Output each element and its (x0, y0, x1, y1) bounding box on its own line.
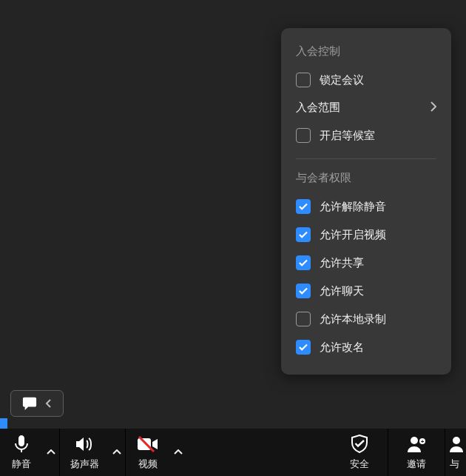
menu-item-label: 允许改名 (320, 341, 364, 355)
video-button[interactable]: 视频 (126, 429, 170, 476)
menu-item-lock-meeting[interactable]: 锁定会议 (281, 66, 451, 94)
menu-item-label: 锁定会议 (320, 73, 364, 87)
svg-point-5 (453, 437, 460, 444)
participants-button-partial[interactable]: 与 (445, 429, 466, 476)
speaker-options-button[interactable] (109, 429, 125, 476)
mute-button[interactable]: 静音 (0, 429, 43, 476)
chevron-right-icon (430, 101, 436, 115)
speaker-button[interactable]: 扬声器 (60, 429, 109, 476)
chat-icon (21, 396, 38, 411)
section-title-join-control: 入会控制 (281, 41, 451, 66)
toolbar-label: 邀请 (407, 457, 426, 471)
menu-item-allow-local-record[interactable]: 允许本地录制 (281, 305, 451, 333)
invite-button[interactable]: + 邀请 (388, 429, 445, 476)
security-button[interactable]: 安全 (331, 429, 388, 476)
menu-item-label: 允许聊天 (320, 284, 364, 298)
section-title-permissions: 与会者权限 (281, 168, 451, 192)
toolbar-label: 静音 (12, 457, 31, 471)
menu-item-allow-unmute[interactable]: 允许解除静音 (281, 192, 451, 221)
menu-item-label: 允许解除静音 (320, 200, 386, 214)
bottom-toolbar: 静音 扬声器 视频 安全 (0, 429, 466, 476)
speaker-icon (75, 434, 94, 455)
toolbar-label: 扬声器 (70, 457, 99, 471)
video-off-icon (137, 434, 159, 455)
chevron-up-icon (43, 442, 59, 463)
toolbar-label: 与 (450, 457, 459, 471)
menu-item-allow-chat[interactable]: 允许聊天 (281, 277, 451, 305)
svg-text:+: + (421, 438, 425, 445)
checkbox-checked-icon (296, 227, 311, 242)
microphone-icon (13, 434, 30, 455)
checkbox-checked-icon (296, 340, 311, 355)
chevron-up-icon (170, 442, 186, 463)
menu-item-allow-rename[interactable]: 允许改名 (281, 333, 451, 361)
left-blue-tab[interactable] (0, 418, 7, 429)
menu-item-allow-share[interactable]: 允许共享 (281, 249, 451, 277)
menu-item-label: 开启等候室 (320, 129, 375, 143)
chevron-up-icon (109, 442, 125, 463)
menu-item-allow-video[interactable]: 允许开启视频 (281, 221, 451, 249)
menu-item-label: 允许共享 (320, 256, 364, 270)
video-options-button[interactable] (170, 429, 186, 476)
svg-point-2 (411, 437, 418, 444)
chat-bubble-collapsed[interactable] (10, 390, 64, 417)
checkbox-checked-icon (296, 199, 311, 214)
checkbox-unchecked-icon (296, 128, 311, 143)
mute-options-button[interactable] (43, 429, 59, 476)
menu-item-label: 允许本地录制 (320, 312, 386, 326)
menu-item-label: 入会范围 (296, 101, 340, 115)
checkbox-unchecked-icon (296, 312, 311, 326)
toolbar-label: 视频 (138, 457, 158, 471)
chevron-left-icon (45, 398, 53, 409)
shield-icon (351, 434, 368, 455)
security-menu: 入会控制 锁定会议 入会范围 开启等候室 与会者权限 允许解除静音 允许开启视频… (281, 28, 451, 375)
toolbar-spacer (186, 429, 331, 476)
toolbar-label: 安全 (350, 457, 369, 471)
menu-divider (296, 158, 436, 159)
checkbox-checked-icon (296, 284, 311, 298)
checkbox-unchecked-icon (296, 73, 311, 87)
menu-item-waiting-room[interactable]: 开启等候室 (281, 121, 451, 150)
participants-icon (450, 434, 463, 455)
svg-rect-0 (138, 438, 151, 450)
checkbox-checked-icon (296, 255, 311, 270)
invite-icon: + (407, 434, 426, 455)
menu-item-label: 允许开启视频 (320, 228, 386, 242)
menu-item-join-scope[interactable]: 入会范围 (281, 94, 451, 121)
